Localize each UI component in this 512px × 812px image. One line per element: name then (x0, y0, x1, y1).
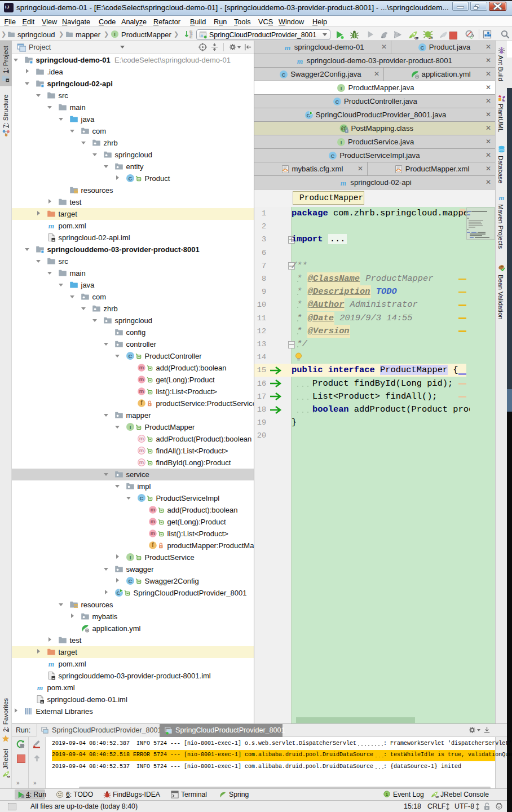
svg-text:JR: JR (429, 36, 432, 39)
svg-text:1: 1 (386, 792, 388, 796)
svg-text:01: 01 (189, 36, 193, 39)
